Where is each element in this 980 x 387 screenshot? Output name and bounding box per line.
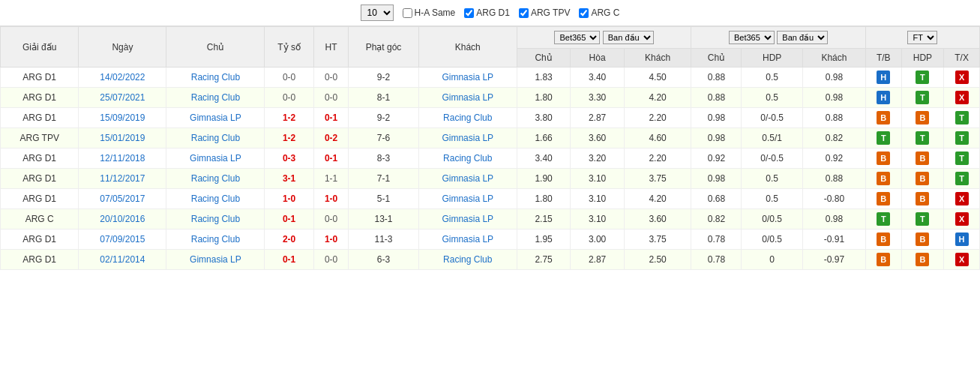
cell-o4: 0.68 <box>691 189 742 209</box>
col-home: Chủ <box>166 27 265 68</box>
argd1-checkbox[interactable] <box>464 8 474 18</box>
per-page-select[interactable]: 10 20 50 <box>361 4 394 21</box>
ht-value: 0-1 <box>325 153 337 164</box>
date-link[interactable]: 15/01/2019 <box>100 133 145 143</box>
cell-corner: 8-3 <box>349 148 418 169</box>
home-link[interactable]: Racing Club <box>191 173 240 184</box>
cell-league: ARG D1 <box>1 189 79 209</box>
home-link[interactable]: Racing Club <box>191 214 240 224</box>
cell-date: 15/09/2019 <box>79 108 166 128</box>
odds1-type-select[interactable]: Ban đầu <box>603 31 654 44</box>
date-link[interactable]: 07/09/2015 <box>100 234 145 244</box>
col-date: Ngày <box>79 27 166 68</box>
col-o1-home: Chủ <box>517 49 571 68</box>
cell-hdp: 0.5 <box>742 88 802 108</box>
cell-tb: B <box>865 108 901 128</box>
cell-o3: 3.75 <box>624 230 691 250</box>
cell-o3: 3.75 <box>624 169 691 189</box>
argtpv-label[interactable]: ARG TPV <box>519 8 570 18</box>
away-link[interactable]: Gimnasia LP <box>442 173 493 184</box>
cell-o2: 3.00 <box>571 230 625 250</box>
away-link[interactable]: Racing Club <box>443 112 492 123</box>
odds1-bookmaker-select[interactable]: Bet365 <box>554 31 600 44</box>
date-link[interactable]: 14/02/2022 <box>100 72 145 82</box>
cell-tb: H <box>865 88 901 108</box>
cell-league: ARG D1 <box>1 169 79 189</box>
cell-o1: 3.40 <box>517 148 571 169</box>
cell-o4: 0.98 <box>691 169 742 189</box>
date-link[interactable]: 15/09/2019 <box>100 112 145 123</box>
argc-label[interactable]: ARG C <box>579 8 619 18</box>
away-link[interactable]: Racing Club <box>443 254 492 265</box>
ha-same-checkbox[interactable] <box>403 8 412 18</box>
result-type-select[interactable]: FT <box>907 31 937 44</box>
home-link[interactable]: Gimnasia LP <box>190 153 241 164</box>
col-away: Khách <box>418 27 517 68</box>
ha-same-label[interactable]: H-A Same <box>403 8 456 18</box>
argtpv-text: ARG TPV <box>531 8 570 18</box>
home-link[interactable]: Gimnasia LP <box>190 254 241 265</box>
date-link[interactable]: 07/05/2017 <box>100 194 145 204</box>
date-link[interactable]: 20/10/2016 <box>100 214 145 224</box>
cell-hdp-result: B <box>901 148 944 169</box>
away-link[interactable]: Gimnasia LP <box>442 72 493 82</box>
cell-hdp: 0 <box>742 250 802 270</box>
cell-ht: 0-1 <box>313 108 349 128</box>
away-link[interactable]: Gimnasia LP <box>442 194 493 204</box>
home-link[interactable]: Gimnasia LP <box>190 112 241 123</box>
home-link[interactable]: Racing Club <box>191 72 240 82</box>
odds2-bookmaker-select[interactable]: Bet365 <box>729 31 775 44</box>
cell-home: Gimnasia LP <box>166 250 265 270</box>
cell-hdp-result: T <box>901 128 944 148</box>
cell-tx: T <box>944 108 980 128</box>
hdp-badge: T <box>916 91 929 104</box>
cell-score: 1-2 <box>265 128 313 148</box>
cell-o1: 1.90 <box>517 169 571 189</box>
away-link[interactable]: Gimnasia LP <box>442 133 493 143</box>
cell-o4: 0.92 <box>691 148 742 169</box>
col-hdp: HDP <box>742 49 802 68</box>
cell-league: ARG D1 <box>1 88 79 108</box>
date-link[interactable]: 12/11/2018 <box>100 153 145 164</box>
away-link[interactable]: Gimnasia LP <box>442 234 493 244</box>
cell-o3: 2.20 <box>624 148 691 169</box>
cell-tx: T <box>944 128 980 148</box>
cell-ht: 1-0 <box>313 189 349 209</box>
date-link[interactable]: 25/07/2021 <box>100 92 145 103</box>
cell-date: 14/02/2022 <box>79 68 166 88</box>
cell-corner: 7-6 <box>349 128 418 148</box>
tx-badge: X <box>955 212 969 226</box>
col-o2-home: Chủ <box>691 49 742 68</box>
home-link[interactable]: Racing Club <box>191 92 240 103</box>
date-link[interactable]: 11/12/2017 <box>100 173 145 184</box>
argtpv-checkbox[interactable] <box>519 8 529 18</box>
cell-o4: 0.78 <box>691 230 742 250</box>
cell-score: 1-0 <box>265 189 313 209</box>
cell-away: Gimnasia LP <box>418 189 517 209</box>
hdp-badge: B <box>916 253 929 266</box>
argd1-label[interactable]: ARG D1 <box>464 8 510 18</box>
away-link[interactable]: Racing Club <box>443 153 492 164</box>
home-link[interactable]: Racing Club <box>191 133 240 143</box>
cell-score: 0-0 <box>265 68 313 88</box>
hdp-badge: T <box>916 212 929 226</box>
cell-tb: B <box>865 250 901 270</box>
tx-badge: X <box>955 253 969 266</box>
cell-tb: T <box>865 128 901 148</box>
home-link[interactable]: Racing Club <box>191 234 240 244</box>
cell-tx: X <box>944 68 980 88</box>
odds2-type-select[interactable]: Ban đầu <box>777 31 828 44</box>
cell-league: ARG D1 <box>1 68 79 88</box>
argc-checkbox[interactable] <box>579 8 589 18</box>
date-link[interactable]: 02/11/2014 <box>100 254 145 265</box>
away-link[interactable]: Gimnasia LP <box>442 214 493 224</box>
cell-o2: 3.10 <box>571 189 625 209</box>
cell-away: Racing Club <box>418 250 517 270</box>
cell-score: 1-2 <box>265 108 313 128</box>
cell-corner: 13-1 <box>349 209 418 230</box>
score-value: 0-0 <box>283 72 295 82</box>
ht-value: 0-1 <box>325 112 337 123</box>
home-link[interactable]: Racing Club <box>191 194 240 204</box>
away-link[interactable]: Gimnasia LP <box>442 92 493 103</box>
cell-hdp: 0.5 <box>742 169 802 189</box>
